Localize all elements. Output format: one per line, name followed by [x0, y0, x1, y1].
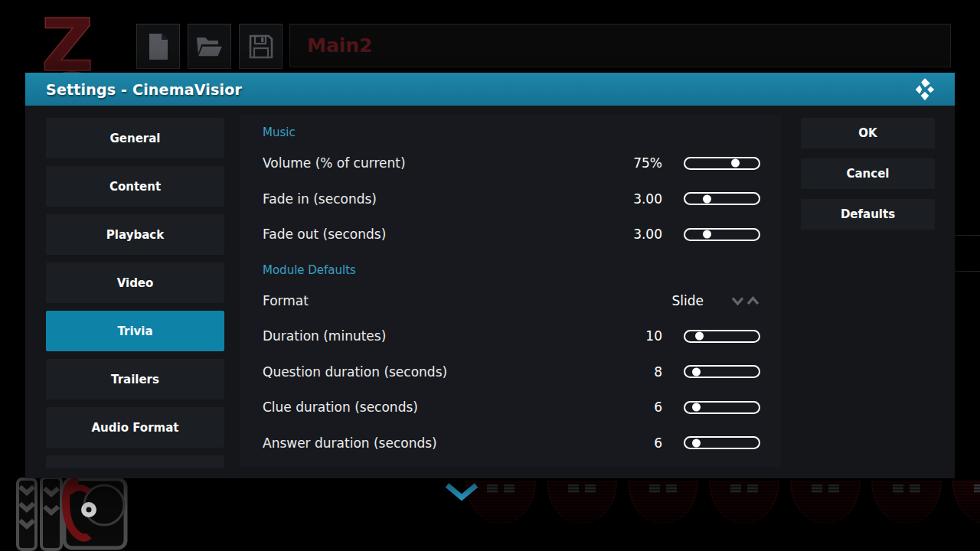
- sidebar-item-general[interactable]: General: [46, 118, 224, 158]
- slider-knob[interactable]: [692, 367, 701, 376]
- slider[interactable]: [684, 436, 760, 449]
- slider[interactable]: [684, 365, 760, 378]
- setting-value: 3.00: [633, 227, 662, 242]
- new-file-button[interactable]: [136, 24, 180, 69]
- setting-row: Answer duration (seconds)6: [263, 425, 760, 461]
- slider-knob[interactable]: [692, 403, 701, 412]
- theater-seat: [547, 480, 617, 524]
- setting-value: 8: [654, 364, 662, 380]
- setting-value: 75%: [633, 155, 662, 171]
- new-file-icon: [146, 33, 171, 60]
- sidebar-item-label: Trailers: [111, 373, 159, 386]
- setting-label: Answer duration (seconds): [263, 435, 654, 451]
- action-button-label: Defaults: [841, 207, 895, 221]
- slider[interactable]: [684, 192, 760, 205]
- sidebar-item-trivia[interactable]: Trivia: [46, 311, 224, 351]
- setting-value: 6: [654, 399, 662, 415]
- slider[interactable]: [684, 330, 760, 343]
- kodi-logo-icon: [912, 77, 938, 103]
- ok-button[interactable]: OK: [801, 118, 935, 148]
- action-button-label: OK: [858, 126, 877, 140]
- sidebar-item-label: Trivia: [117, 324, 152, 338]
- slider-knob[interactable]: [692, 439, 701, 447]
- sidebar-item-content[interactable]: Content: [46, 166, 224, 207]
- setting-label: Volume (% of current): [263, 155, 633, 171]
- action-button-label: Cancel: [846, 167, 889, 181]
- film-strip-artwork: [15, 476, 130, 551]
- setting-value: 6: [654, 435, 662, 451]
- section-header: Music: [263, 115, 760, 145]
- sidebar-item-label: Playback: [106, 228, 164, 242]
- settings-panel: MusicVolume (% of current)75%Fade in (se…: [240, 115, 781, 467]
- background-edge-box: [952, 235, 980, 272]
- filename-field[interactable]: Main2: [289, 24, 951, 67]
- setting-row: Volume (% of current)75%: [263, 145, 760, 181]
- defaults-button[interactable]: Defaults: [801, 199, 935, 230]
- sidebar-item-trailers[interactable]: Trailers: [46, 359, 224, 399]
- slider-knob[interactable]: [703, 194, 711, 203]
- setting-value: Slide: [672, 293, 704, 308]
- setting-row: Fade in (seconds)3.00: [263, 181, 760, 217]
- sidebar: GeneralContentPlaybackVideoTriviaTrailer…: [46, 118, 224, 468]
- dialog-title: Settings - CinemaVisior: [46, 81, 242, 98]
- cancel-button[interactable]: Cancel: [801, 158, 935, 189]
- sidebar-item-audio-format[interactable]: Audio Format: [46, 407, 224, 448]
- save-icon: [248, 34, 274, 60]
- setting-row: Duration (minutes)10: [263, 318, 760, 354]
- theater-seat: [790, 480, 861, 524]
- sidebar-item-label: Video: [117, 276, 154, 290]
- setting-row: Fade out (seconds)3.00: [263, 217, 760, 253]
- setting-value: 10: [645, 328, 662, 344]
- dialog-titlebar: Settings - CinemaVisior: [25, 73, 955, 106]
- setting-label: Format: [263, 293, 672, 308]
- sidebar-item-label: General: [110, 132, 161, 145]
- setting-label: Clue duration (seconds): [263, 399, 654, 415]
- slider-knob[interactable]: [731, 159, 740, 168]
- theater-seat: [709, 480, 779, 524]
- setting-row: FormatSlide: [263, 283, 760, 319]
- setting-value: 3.00: [633, 191, 662, 207]
- action-buttons: OKCancelDefaults: [801, 118, 935, 240]
- slider[interactable]: [684, 228, 760, 241]
- sidebar-item-playback[interactable]: Playback: [46, 214, 224, 255]
- spinner-down-icon[interactable]: [731, 295, 744, 306]
- slider-knob[interactable]: [695, 332, 704, 341]
- open-folder-button[interactable]: [188, 24, 231, 69]
- spinner-up-icon[interactable]: [746, 295, 760, 306]
- slider-knob[interactable]: [703, 230, 711, 239]
- slider[interactable]: [684, 401, 760, 414]
- format-spinner[interactable]: [731, 295, 760, 306]
- settings-dialog: Settings - CinemaVisior GeneralContentPl…: [25, 73, 955, 478]
- sidebar-item-hidden[interactable]: [46, 455, 224, 468]
- open-folder-icon: [195, 34, 224, 59]
- setting-label: Question duration (seconds): [263, 364, 654, 380]
- theater-seat: [952, 480, 980, 524]
- sidebar-item-video[interactable]: Video: [46, 262, 224, 303]
- more-below-chevron-icon[interactable]: [445, 483, 479, 501]
- setting-label: Fade in (seconds): [263, 191, 633, 207]
- slider[interactable]: [684, 157, 760, 170]
- section-header: Module Defaults: [263, 253, 760, 283]
- filename-value: Main2: [307, 34, 373, 57]
- theater-seat: [871, 480, 942, 524]
- theater-seats-artwork: [466, 480, 980, 551]
- setting-row: Question duration (seconds)8: [263, 354, 760, 390]
- sidebar-item-label: Audio Format: [92, 421, 179, 435]
- setting-row: Clue duration (seconds)6: [263, 390, 760, 425]
- setting-label: Duration (minutes): [263, 328, 645, 344]
- save-button[interactable]: [239, 24, 283, 69]
- theater-seat: [628, 480, 698, 524]
- sidebar-item-label: Content: [109, 180, 161, 194]
- setting-label: Fade out (seconds): [263, 227, 633, 242]
